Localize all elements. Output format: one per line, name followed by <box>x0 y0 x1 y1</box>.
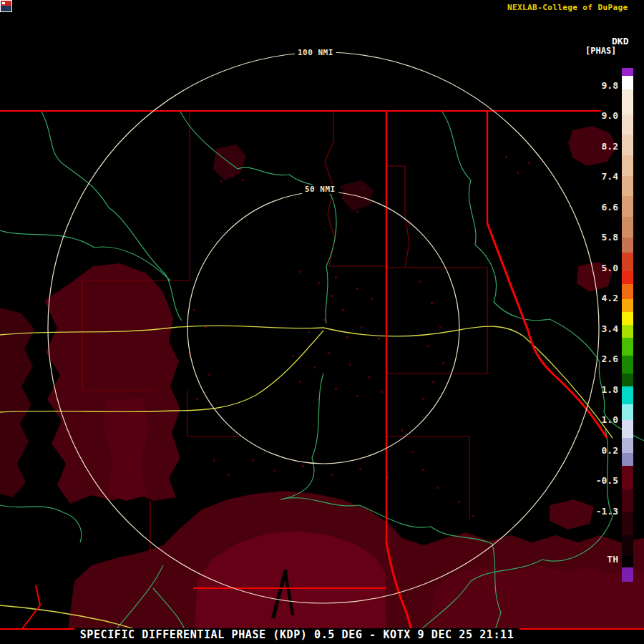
echo-patch-center-north <box>342 180 374 210</box>
product-caption-text: SPECIFIC DIFFERENTIAL PHASE (KDP) 0.5 DE… <box>74 628 520 641</box>
color-bar <box>622 68 633 582</box>
scale-tick-label: 9.8 <box>577 81 618 91</box>
range-ring-50nmi-label: 50 NMI <box>302 185 338 194</box>
scale-tick-label: 4.2 <box>577 293 618 303</box>
river <box>180 112 336 323</box>
scale-tick-label: 3.4 <box>577 324 618 334</box>
radar-map <box>0 0 644 644</box>
site-title: NEXLAB-College of DuPage <box>507 3 628 12</box>
echo-region-southeast-mid <box>429 565 644 628</box>
scale-tick-label: 2.6 <box>577 354 618 364</box>
highway <box>323 326 613 438</box>
river <box>280 374 323 499</box>
scale-tick-label: -0.5 <box>577 476 618 486</box>
scale-tick-label: 5.0 <box>577 263 618 273</box>
product-caption: SPECIFIC DIFFERENTIAL PHASE (KDP) 0.5 DE… <box>0 628 594 641</box>
scale-tick-label: 9.0 <box>577 111 618 121</box>
scale-tick-label: 1.0 <box>577 415 618 425</box>
echo-region-west-edge <box>0 308 34 497</box>
scale-tick-label: 7.4 <box>577 172 618 182</box>
range-ring-100nmi-label: 100 NMI <box>295 48 336 57</box>
river <box>0 505 82 542</box>
scale-tick-label: 0.2 <box>577 446 618 456</box>
scale-tick-label: 5.8 <box>577 233 618 243</box>
scale-tick-label: -1.3 <box>577 507 618 517</box>
cod-logo-icon <box>0 0 12 12</box>
product-unit-label: [PHAS] <box>585 46 616 56</box>
scale-tick-label: 6.6 <box>577 203 618 213</box>
scale-tick-label: 8.2 <box>577 142 618 152</box>
scale-tick-label: 1.8 <box>577 385 618 395</box>
scale-threshold-label: TH <box>577 555 618 565</box>
radar-viewer: NEXLAB-College of DuPage DKD [PHAS] 9.8 … <box>0 0 644 644</box>
product-code-label: DKD <box>612 36 628 47</box>
